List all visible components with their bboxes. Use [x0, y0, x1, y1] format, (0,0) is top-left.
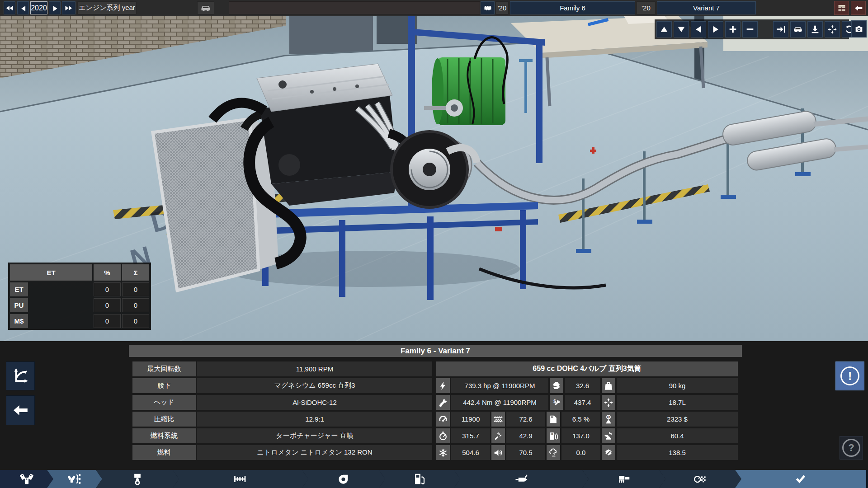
camera-left-button[interactable]	[691, 21, 706, 38]
tab-testing[interactable]	[659, 470, 741, 488]
weight-icon	[602, 378, 615, 393]
camera-down-button[interactable]	[674, 21, 689, 38]
year-next-button[interactable]	[49, 1, 61, 14]
snap-view-button[interactable]	[773, 21, 788, 38]
tab-crankshaft[interactable]	[173, 470, 308, 488]
engine-family-icon	[20, 472, 33, 486]
car-view-button[interactable]	[790, 21, 806, 38]
gear-wrench-icon	[602, 445, 615, 460]
rewind-icon	[5, 4, 14, 12]
speaker-icon	[491, 445, 505, 460]
dyno-graph-button[interactable]	[6, 361, 35, 390]
stat-row: 1190072.66.5 %$2323 $	[436, 412, 738, 427]
year-ff-button[interactable]	[62, 1, 75, 14]
tab-engine-family[interactable]	[0, 470, 53, 488]
header-sigma: Σ	[122, 264, 149, 281]
spec-label: 最大回転数	[132, 361, 196, 376]
photo-mode-button[interactable]	[851, 20, 867, 38]
family-year-badge: '20	[495, 1, 509, 14]
top-back-button[interactable]	[851, 1, 866, 15]
spec-value: Al-SiDOHC-12	[197, 395, 432, 410]
stat-value: 739.3 hp @ 11900RPM	[451, 378, 548, 393]
stat-value: 70.5	[506, 445, 545, 460]
header-et: ET	[10, 264, 92, 281]
data-sheet-button[interactable]	[834, 1, 849, 15]
car-mode-button[interactable]	[197, 1, 214, 14]
year-rewind-button[interactable]	[4, 1, 15, 14]
stat-value: 138.5	[617, 445, 738, 460]
ground-view-button[interactable]	[807, 21, 823, 38]
car-icon	[200, 3, 211, 14]
cost-pct-cell: 0	[94, 282, 121, 296]
tab-finish[interactable]	[735, 470, 866, 488]
cost-table-header: ET % Σ	[10, 264, 149, 281]
camera-right-button[interactable]	[708, 21, 723, 38]
spec-row: 圧縮比12.9:1	[132, 412, 432, 427]
octane-pump-icon: 91	[547, 428, 560, 443]
variant-selector[interactable]: Variant 7	[657, 1, 756, 14]
crank-balance-icon	[491, 412, 505, 427]
crankshaft-icon	[483, 4, 492, 13]
spec-label: ヘッド	[132, 395, 196, 410]
spec-value: 12.9:1	[197, 412, 432, 427]
back-arrow-icon	[12, 402, 29, 419]
tab-engine-variant[interactable]	[47, 470, 102, 488]
family-selector[interactable]: Family 6	[510, 1, 635, 14]
warning-icon: !	[840, 366, 859, 385]
stat-value: 2323 $	[617, 412, 738, 427]
camera-up-button[interactable]	[656, 21, 672, 38]
search-field[interactable]	[229, 1, 480, 14]
test-tab-icon	[693, 472, 707, 486]
anvil-icon	[602, 428, 615, 443]
stopwatch-icon	[436, 428, 450, 443]
cost-pct-cell: 0	[94, 298, 121, 312]
svg-text:$: $	[608, 415, 610, 419]
spec-value: ニトロメタン ニトロメタン 132 RON	[197, 445, 432, 460]
zoom-out-button[interactable]	[742, 21, 758, 38]
stat-value: 6.5 %	[561, 412, 600, 427]
year-prev-button[interactable]	[17, 1, 29, 14]
repair-cost-icon: $	[550, 395, 563, 410]
stat-value: 442.4 Nm @ 11900RPM	[451, 395, 548, 410]
wall-cabinet	[289, 16, 373, 54]
spec-row: 最大回転数11,900 RPM	[132, 361, 432, 376]
pan-camera-button[interactable]	[825, 21, 840, 38]
help-button[interactable]: ?	[840, 436, 863, 460]
back-button[interactable]	[6, 395, 35, 425]
tab-engine-series-year[interactable]: エンジン系列 year	[77, 1, 137, 14]
svg-text:91: 91	[551, 433, 552, 435]
knock-icon	[491, 428, 505, 443]
graph-icon	[12, 367, 29, 385]
dimensions-icon	[602, 395, 615, 410]
spec-label: 腰下	[132, 378, 196, 393]
stat-value: 11900	[451, 412, 490, 427]
designer-tab-bar	[0, 470, 868, 488]
tab-bottom-end[interactable]	[96, 470, 179, 488]
crankshaft-tab-icon	[234, 472, 247, 486]
fuel-tab-icon	[413, 472, 426, 486]
engine-variant-icon	[68, 472, 81, 486]
cost-table-row: M$00	[10, 314, 149, 328]
tab-top-end[interactable]	[582, 470, 665, 488]
turbo-tab-icon	[337, 472, 350, 486]
cost-sum-cell: 0	[122, 314, 149, 328]
snowflake-icon	[436, 445, 450, 460]
service-cost-icon: $	[602, 412, 615, 427]
stat-value: 32.6	[565, 378, 600, 393]
stat-value: 315.7	[451, 428, 490, 443]
year-display[interactable]: 2020	[30, 1, 47, 14]
back-arrow-icon	[854, 4, 863, 13]
engine-manager-button[interactable]	[481, 1, 495, 14]
engine-3d-viewport[interactable]: D A N	[0, 16, 868, 341]
help-icon: ?	[842, 439, 860, 457]
spec-value: マグネシウム 659cc 直列3	[197, 378, 432, 393]
smoothness-icon	[550, 378, 563, 393]
tab-fuel-system[interactable]	[379, 470, 460, 488]
stat-value: 0.0	[561, 445, 600, 460]
zoom-in-button[interactable]	[725, 21, 741, 38]
tab-exhaust[interactable]	[454, 470, 589, 488]
power-icon	[436, 378, 450, 393]
warnings-button[interactable]: !	[835, 361, 864, 390]
engine-stats-panel: Family 6 - Variant 7 最大回転数11,900 RPM腰下マグ…	[0, 341, 868, 470]
tab-aspiration[interactable]	[302, 470, 385, 488]
